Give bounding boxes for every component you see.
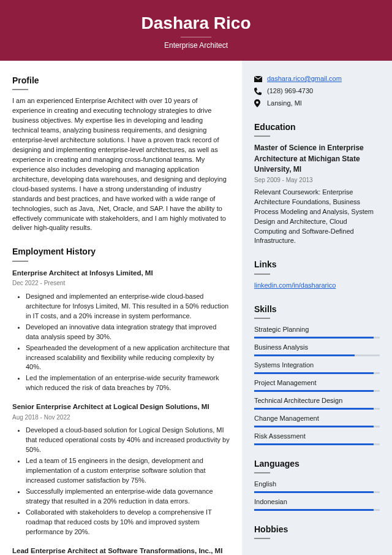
language-bar-fill [254, 491, 374, 493]
job-bullet: Developed an innovative data integration… [26, 323, 230, 342]
section-rule [12, 261, 28, 262]
language-item: English [254, 480, 380, 493]
job-bullets: Developed a cloud-based solution for Log… [12, 426, 230, 537]
section-rule [254, 538, 270, 539]
section-rule [254, 318, 270, 319]
job-date: Dec 2022 - Present [12, 279, 230, 288]
email-link[interactable]: dashara.rico@gmail.com [267, 74, 342, 84]
skill-bar-fill [254, 390, 374, 392]
resume-header: Dashara Rico Enterprise Architect [0, 0, 392, 61]
skill-bar-fill [254, 443, 374, 445]
job-date: Aug 2018 - Nov 2022 [12, 413, 230, 423]
profile-heading: Profile [12, 74, 230, 86]
skill-bar-fill [254, 426, 374, 427]
skill-bar [254, 426, 380, 427]
skill-bar-fill [254, 354, 355, 356]
language-bar [254, 509, 380, 511]
skill-bar-fill [254, 408, 374, 410]
contact-phone: (128) 969-4730 [254, 86, 380, 96]
person-title: Enterprise Architect [0, 41, 392, 50]
job-title: Enterprise Architect at Infosys Limited,… [12, 268, 230, 278]
job-entry: Lead Enterprise Architect at Software Tr… [12, 546, 230, 555]
job-bullets: Designed and implemented an enterprise-w… [12, 292, 230, 393]
profile-text: I am an experienced Enterprise Architect… [12, 96, 230, 233]
skill-name: Risk Assessment [254, 432, 380, 442]
contact-block: dashara.rico@gmail.com (128) 969-4730 La… [254, 74, 380, 109]
skill-item: Risk Assessment [254, 432, 380, 445]
skill-bar-fill [254, 337, 374, 339]
skill-item: Systems Integration [254, 361, 380, 374]
job-entry: Enterprise Architect at Infosys Limited,… [12, 268, 230, 394]
section-rule [254, 274, 270, 275]
skill-bar [254, 443, 380, 445]
job-bullet: Led a team of 15 engineers in the design… [26, 456, 230, 486]
job-bullet: Led the implementation of an enterprise-… [26, 373, 230, 393]
linkedin-link[interactable]: linkedin.com/in/dashararico [254, 281, 380, 291]
envelope-icon [254, 76, 262, 82]
skill-bar [254, 337, 380, 339]
skill-item: Strategic Planning [254, 325, 380, 339]
education-date: Sep 2009 - May 2013 [254, 176, 380, 185]
language-bar [254, 491, 380, 493]
skill-bar [254, 372, 380, 374]
section-rule [12, 89, 28, 90]
skill-item: Project Management [254, 378, 380, 392]
job-bullet: Designed and implemented an enterprise-w… [26, 292, 230, 321]
skill-name: Business Analysis [254, 343, 380, 353]
education-title: Master of Science in Enterprise Architec… [254, 143, 380, 175]
language-bar-fill [254, 509, 374, 511]
links-heading: Links [254, 258, 380, 270]
resume-body: Profile I am an experienced Enterprise A… [0, 61, 392, 555]
side-column: dashara.rico@gmail.com (128) 969-4730 La… [242, 61, 392, 555]
skill-item: Business Analysis [254, 343, 380, 356]
skill-bar [254, 408, 380, 410]
contact-email: dashara.rico@gmail.com [254, 74, 380, 84]
employment-heading: Employment History [12, 245, 230, 258]
job-bullet: Successfully implemented an enterprise-w… [26, 487, 230, 507]
languages-heading: Languages [254, 457, 380, 470]
hobbies-heading: Hobbies [254, 523, 380, 535]
job-bullet: Spearheaded the development of a new app… [26, 343, 230, 373]
language-name: English [254, 480, 380, 489]
location-text: Lansing, MI [267, 99, 302, 109]
language-item: Indonesian [254, 497, 380, 511]
main-column: Profile I am an experienced Enterprise A… [0, 61, 242, 555]
location-icon [254, 99, 262, 107]
skill-item: Technical Architecture Design [254, 396, 380, 410]
skills-heading: Skills [254, 303, 380, 315]
svg-point-1 [256, 101, 258, 104]
phone-text: (128) 969-4730 [267, 86, 313, 96]
job-title: Lead Enterprise Architect at Software Tr… [12, 546, 230, 555]
skill-item: Change Management [254, 414, 380, 427]
header-rule [181, 37, 211, 37]
phone-icon [254, 88, 262, 95]
education-heading: Education [254, 121, 380, 133]
job-entry: Senior Enterprise Architect at Logical D… [12, 402, 230, 537]
skill-name: Project Management [254, 378, 380, 388]
person-name: Dashara Rico [0, 13, 392, 33]
language-name: Indonesian [254, 497, 380, 507]
contact-location: Lansing, MI [254, 99, 380, 109]
jobs-list: Enterprise Architect at Infosys Limited,… [12, 268, 230, 555]
skills-list: Strategic PlanningBusiness AnalysisSyste… [254, 325, 380, 445]
skill-bar [254, 354, 380, 356]
skill-name: Change Management [254, 414, 380, 424]
education-course: Relevant Coursework: Enterprise Architec… [254, 188, 380, 247]
skill-name: Technical Architecture Design [254, 396, 380, 406]
skill-name: Strategic Planning [254, 325, 380, 335]
job-bullet: Developed a cloud-based solution for Log… [26, 426, 230, 455]
job-bullet: Collaborated with stakeholders to develo… [26, 508, 230, 537]
section-rule [254, 136, 270, 137]
section-rule [254, 472, 270, 473]
skill-bar [254, 390, 380, 392]
skill-bar-fill [254, 372, 374, 374]
skill-name: Systems Integration [254, 361, 380, 370]
languages-list: EnglishIndonesian [254, 480, 380, 511]
job-title: Senior Enterprise Architect at Logical D… [12, 402, 230, 412]
